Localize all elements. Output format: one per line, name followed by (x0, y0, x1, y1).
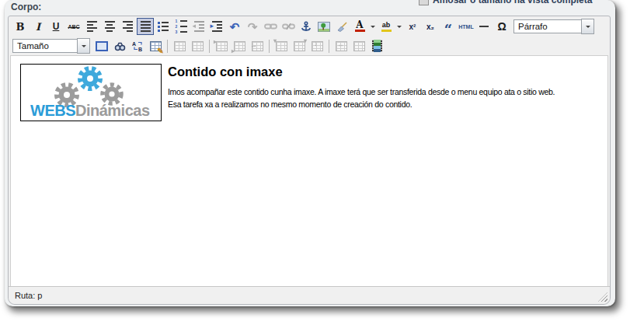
insert-row-before-icon (216, 41, 228, 51)
insert-image-icon (318, 22, 330, 32)
toolbar-row-2: Tamaño AB (9, 36, 610, 55)
size-select[interactable]: Tamaño (12, 38, 90, 54)
bullet-list-button[interactable] (155, 18, 172, 35)
table-row-properties-button[interactable] (171, 37, 188, 54)
cleanup-icon (336, 21, 348, 32)
delete-row-icon (252, 41, 263, 51)
html-icon: HTML (458, 24, 473, 30)
merge-cells-button[interactable] (350, 37, 367, 54)
insert-col-after-button[interactable] (291, 37, 308, 54)
strikethrough-icon: ABC (68, 24, 79, 30)
show-size-checkbox[interactable] (419, 0, 429, 5)
align-right-button[interactable] (119, 18, 136, 35)
content-image[interactable]: WEBSDinámicas (20, 64, 162, 121)
numbered-list-icon (176, 19, 187, 34)
paragraph-line-2: Esa tarefa xa a realizamos no mesmo mome… (168, 98, 555, 110)
insert-col-after-icon (294, 41, 305, 51)
forecolor-caret-button[interactable] (369, 19, 377, 34)
editor-canvas[interactable]: WEBSDinámicas Contido con imaxe Imos aco… (10, 55, 608, 286)
delete-row-button[interactable] (249, 37, 266, 54)
field-label: Corpo: (11, 2, 41, 12)
size-select-value: Tamaño (12, 39, 78, 53)
insert-row-before-button[interactable] (213, 37, 230, 54)
horizontal-rule-icon (479, 26, 489, 27)
align-left-icon (87, 21, 97, 32)
underline-button[interactable]: U (47, 18, 64, 35)
split-cells-icon (336, 41, 347, 51)
html-source-button[interactable]: HTML (458, 18, 475, 35)
format-select-arrow[interactable] (581, 19, 594, 34)
undo-button[interactable]: ↶ (226, 18, 243, 35)
align-justify-button[interactable] (137, 18, 154, 35)
table-cell-properties-button[interactable] (189, 37, 206, 54)
insert-media-button[interactable] (368, 37, 385, 54)
blockquote-icon: “ (444, 21, 452, 33)
format-select[interactable]: Párrafo (513, 19, 594, 34)
toolbar-separator (167, 40, 168, 53)
subscript-button[interactable]: x₂ (422, 18, 439, 35)
fullscreen-button[interactable] (93, 37, 110, 54)
rich-text-editor: B I U ABC ↶ ↷ A ab x² x₂ “ HT (8, 16, 611, 305)
unlink-button[interactable] (280, 18, 297, 35)
superscript-button[interactable]: x² (404, 18, 421, 35)
toolbar-separator (329, 40, 329, 53)
merge-cells-icon (353, 41, 365, 51)
chevron-down-icon (586, 26, 590, 30)
insert-col-before-button[interactable] (273, 37, 290, 54)
svg-text:WEBSDinámicas: WEBSDinámicas (30, 102, 150, 119)
italic-icon: I (36, 21, 40, 33)
cleanup-button[interactable] (333, 18, 350, 35)
indent-button[interactable] (208, 18, 225, 35)
backcolor-button[interactable]: ab (378, 18, 395, 35)
outdent-button[interactable] (190, 18, 207, 35)
underline-icon: U (53, 21, 60, 32)
element-path: Ruta: p (15, 291, 42, 300)
backcolor-icon: ab (381, 22, 392, 32)
show-size-option: Amosar o tamaño na vista completa (419, 0, 592, 5)
chevron-down-icon (82, 45, 86, 50)
numbered-list-button[interactable] (172, 18, 190, 35)
split-cells-button[interactable] (332, 37, 350, 54)
indent-icon (212, 21, 222, 32)
fullscreen-icon (96, 41, 108, 51)
link-button[interactable] (262, 18, 279, 35)
outdent-icon (194, 21, 204, 32)
italic-button[interactable]: I (30, 18, 47, 35)
align-right-icon (123, 21, 133, 32)
insert-table-button[interactable] (147, 37, 164, 54)
table-row-properties-icon (174, 41, 186, 51)
content-text-block: Contido con imaxe Imos acompañar este co… (168, 64, 555, 111)
replace-button[interactable]: AB (129, 37, 146, 54)
resize-handle[interactable] (598, 292, 607, 302)
anchor-button[interactable] (298, 18, 315, 35)
superscript-icon: x² (409, 23, 416, 31)
editor-status-bar: Ruta: p (9, 286, 610, 304)
delete-col-icon (312, 41, 323, 51)
insert-image-button[interactable] (315, 18, 332, 35)
editor-window: Corpo: Amosar o tamaño na vista completa… (5, 0, 615, 306)
svg-text:A: A (132, 41, 136, 47)
redo-button[interactable]: ↷ (244, 18, 261, 35)
table-cell-properties-icon (192, 41, 204, 51)
blockquote-button[interactable]: “ (440, 18, 457, 35)
anchor-icon (301, 21, 312, 33)
delete-col-button[interactable] (308, 37, 325, 54)
align-left-button[interactable] (83, 18, 100, 35)
horizontal-rule-button[interactable] (475, 18, 493, 35)
bold-icon: B (16, 21, 25, 33)
search-button[interactable] (111, 37, 128, 54)
replace-icon: AB (132, 40, 144, 51)
chevron-down-icon (371, 26, 375, 30)
align-center-button[interactable] (101, 18, 118, 35)
bold-button[interactable]: B (12, 18, 29, 35)
forecolor-button[interactable]: A (351, 18, 368, 35)
insert-row-after-button[interactable] (231, 37, 248, 54)
size-select-arrow[interactable] (77, 38, 90, 54)
search-icon (114, 41, 126, 51)
strikethrough-button[interactable]: ABC (65, 18, 82, 35)
charmap-button[interactable]: Ω (493, 18, 510, 35)
backcolor-caret-button[interactable] (395, 19, 403, 34)
bullet-list-icon (158, 22, 169, 32)
unlink-icon (282, 22, 295, 31)
omega-icon: Ω (497, 20, 506, 33)
